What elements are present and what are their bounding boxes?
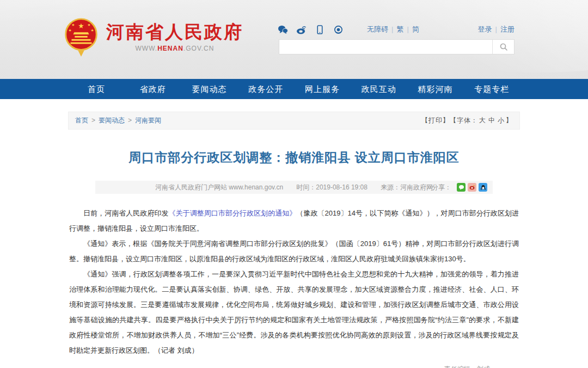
lang-switcher: 无障碍|繁|简 xyxy=(367,24,419,34)
nav-item-interaction[interactable]: 政民互动 xyxy=(351,79,407,99)
site-url-rest: .GOV.CN xyxy=(183,45,215,52)
svg-text:★: ★ xyxy=(68,28,71,32)
article-meta-bar: 河南省人民政府门户网站 www.henan.gov.cn 时间：2019-08-… xyxy=(95,181,493,194)
editor-credit: 责任编辑：刘成 xyxy=(68,365,490,368)
headset-icon[interactable] xyxy=(333,25,344,34)
site-logo[interactable]: ★ ★ ★ ★ ★ 河南省人民政府 WWW.HENAN.GOV.CN xyxy=(64,16,243,58)
separator: | xyxy=(495,25,497,33)
svg-text:★: ★ xyxy=(71,23,75,27)
site-title: 河南省人民政府 xyxy=(106,22,243,42)
site-url: WWW.HENAN.GOV.CN xyxy=(106,45,243,52)
meta-source-site: 河南省人民政府门户网站 www.henan.gov.cn xyxy=(155,183,283,192)
site-url-www: WWW. xyxy=(136,45,158,52)
search-button[interactable] xyxy=(492,40,514,54)
qq-share-icon[interactable] xyxy=(479,183,487,192)
notice-document-link[interactable]: 《关于调整周口市部分行政区划的通知》 xyxy=(169,209,297,217)
auth-links: 登录|注册 xyxy=(478,24,514,34)
paragraph-1-text: 日前，河南省人民政府印发 xyxy=(83,209,169,217)
breadcrumb-henan-news[interactable]: 河南要闻 xyxy=(135,116,161,124)
page-tools: 【打印】【字体：大中小】 xyxy=(421,116,513,125)
mobile-icon[interactable] xyxy=(315,25,325,34)
svg-text:★: ★ xyxy=(88,23,91,27)
nav-item-provincial-gov[interactable]: 省政府 xyxy=(125,79,181,99)
paragraph-2: 《通知》表示，根据《国务院关于同意河南省调整周口市部分行政区划的批复》（国函〔2… xyxy=(69,236,519,267)
accessibility-link[interactable]: 无障碍 xyxy=(367,25,388,33)
svg-text:★: ★ xyxy=(90,28,94,32)
site-url-henan: HENAN xyxy=(157,45,183,52)
paragraph-3: 《通知》强调，行政区划调整各项工作，一是要深入贯彻习近平新时代中国特色社会主义思… xyxy=(69,267,519,358)
nav-item-gov-affairs[interactable]: 政务公开 xyxy=(237,79,294,99)
weibo-icon[interactable] xyxy=(296,25,307,34)
separator: | xyxy=(391,25,393,33)
meta-time: 时间：2019-08-16 19:08 xyxy=(296,183,367,192)
font-size-small[interactable]: 小 xyxy=(498,116,505,124)
breadcrumb-home[interactable]: 首页 xyxy=(75,116,88,124)
font-size-large[interactable]: 大 xyxy=(479,116,486,124)
login-link[interactable]: 登录 xyxy=(478,25,492,33)
nav-item-news[interactable]: 要闻动态 xyxy=(181,79,238,99)
search-icon xyxy=(499,42,508,51)
weibo-share-icon[interactable] xyxy=(468,183,476,192)
wechat-icon[interactable] xyxy=(278,25,288,34)
share-label: 分享： xyxy=(432,183,451,192)
site-header: ★ ★ ★ ★ ★ 河南省人民政府 WWW.HENAN.GOV.CN xyxy=(0,0,588,79)
main-nav: 首页 省政府 要闻动态 政务公开 网上服务 政民互动 精彩河南 专题专栏 xyxy=(0,79,588,99)
nav-item-wonderful-henan[interactable]: 精彩河南 xyxy=(407,79,464,99)
traditional-link[interactable]: 繁 xyxy=(396,25,403,33)
breadcrumb-bar: 首页>要闻动态>河南要闻 【打印】【字体：大中小】 xyxy=(68,112,520,130)
wechat-share-icon[interactable] xyxy=(457,183,465,192)
breadcrumb-news[interactable]: 要闻动态 xyxy=(99,116,125,124)
breadcrumb: 首页>要闻动态>河南要闻 xyxy=(75,116,161,125)
nav-item-online-services[interactable]: 网上服务 xyxy=(294,79,351,99)
content-area: 首页>要闻动态>河南要闻 【打印】【字体：大中小】 周口市部分行政区划调整：撤销… xyxy=(68,112,520,368)
meta-source: 来源：河南政府网 xyxy=(381,183,433,192)
font-size-suffix: 】 xyxy=(506,116,513,124)
share-group: 分享： xyxy=(432,181,487,194)
search-input[interactable] xyxy=(279,40,492,54)
breadcrumb-separator: > xyxy=(128,116,132,124)
breadcrumb-separator: > xyxy=(91,116,95,124)
national-emblem-icon: ★ ★ ★ ★ ★ xyxy=(64,16,99,58)
separator: | xyxy=(407,25,408,33)
font-size-medium[interactable]: 中 xyxy=(488,116,495,124)
paragraph-1: 日前，河南省人民政府印发《关于调整周口市部分行政区划的通知》（豫政〔2019〕1… xyxy=(69,206,519,236)
print-button[interactable]: 【打印】 xyxy=(421,116,450,124)
font-size-prefix: 【字体： xyxy=(450,116,478,124)
register-link[interactable]: 注册 xyxy=(500,25,514,33)
nav-item-home[interactable]: 首页 xyxy=(68,79,125,99)
search-bar xyxy=(279,39,514,54)
simplified-link[interactable]: 简 xyxy=(412,25,419,33)
article-body: 日前，河南省人民政府印发《关于调整周口市部分行政区划的通知》（豫政〔2019〕1… xyxy=(69,206,519,358)
svg-text:★: ★ xyxy=(78,22,84,30)
article-title: 周口市部分行政区划调整：撤销淮阳县 设立周口市淮阳区 xyxy=(84,149,504,166)
nav-item-special-columns[interactable]: 专题专栏 xyxy=(463,79,520,99)
